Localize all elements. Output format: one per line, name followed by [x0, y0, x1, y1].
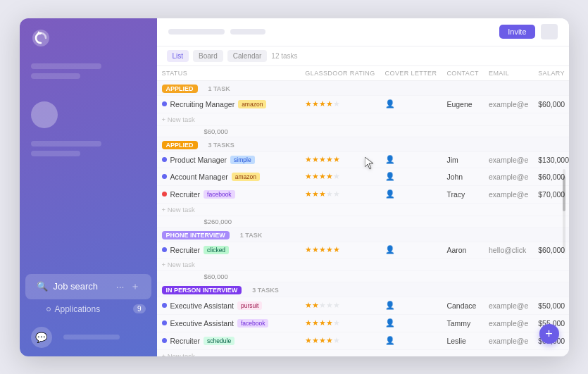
applications-table: Status Glassdoor Rating Cover Letter Con… — [157, 66, 569, 356]
applications-label: Applications — [55, 304, 101, 314]
main-content: Invite List Board Calendar 12 tasks Stat… — [157, 18, 569, 356]
salary-sum-row: $60,000 — [157, 270, 569, 282]
job-title: Product Manager — [170, 156, 227, 164]
task-count-applied2: 3 TASKS — [208, 142, 234, 149]
sidebar-item-job-search[interactable]: 🔍 Job search ··· ＋ — [25, 274, 151, 299]
view-toggle-button[interactable] — [541, 24, 558, 39]
cell-email: example@e — [484, 314, 533, 332]
salary-sum-row: $60,000 — [157, 125, 569, 137]
cell-name: Recruiter facebook — [157, 185, 301, 203]
add-icon[interactable]: ＋ — [130, 280, 140, 293]
section-header-phone-interview: PHONE INTERVIEW 1 TASK — [157, 227, 569, 242]
task-count-applied: 1 TASK — [208, 85, 230, 92]
invite-button[interactable]: Invite — [499, 25, 534, 39]
job-title: Recruiting Manager — [170, 100, 235, 108]
sidebar-sub-applications[interactable]: Applications 9 — [20, 300, 157, 318]
briefcase-icon: 🔍 — [37, 281, 48, 292]
new-task-row[interactable]: + New task — [157, 113, 569, 125]
breadcrumb-placeholder — [168, 29, 225, 35]
new-task-row[interactable]: + New task — [157, 203, 569, 216]
salary-sum: $260,000 — [162, 218, 232, 225]
cell-cover-letter: 👤 — [380, 185, 442, 203]
bottom-text-placeholder — [63, 335, 120, 339]
col-contact: Contact — [442, 66, 484, 81]
more-options-icon[interactable]: ··· — [116, 281, 125, 292]
cell-contact: Jim — [442, 151, 484, 168]
cell-email: example@e — [484, 151, 533, 168]
tab-list[interactable]: List — [167, 50, 189, 62]
avatar-area — [20, 93, 157, 137]
cell-name: Recruiting Manager amazon — [157, 95, 301, 113]
col-cover-letter: Cover Letter — [380, 66, 442, 81]
table-row: Recruiter facebook ★★★★★ 👤 Tracy example… — [157, 185, 569, 203]
star-rating: ★★★★★ — [305, 99, 340, 108]
sidebar-section-main: 🔍 Job search ··· ＋ Applications 9 — [20, 252, 157, 318]
cell-cover-letter: 👤 — [380, 168, 442, 185]
table-row: Recruiter schedule ★★★★★ 👤 Leslie exampl… — [157, 332, 569, 349]
scrollbar[interactable] — [563, 169, 565, 254]
cell-name: Recruiter schedule — [157, 332, 301, 349]
cell-name: Product Manager simple — [157, 151, 301, 168]
sidebar-bottom: 💬 — [20, 318, 157, 356]
applications-table-wrapper[interactable]: Status Glassdoor Rating Cover Letter Con… — [157, 66, 569, 356]
col-email: Email — [484, 66, 533, 81]
task-count-in-person-interview: 3 TASKS — [252, 287, 278, 294]
cell-cover-letter: 👤 — [380, 297, 442, 314]
source-tag: amazon — [238, 100, 266, 108]
table-row: Recruiter clicked ★★★★★ 👤 Aaron hello@cl… — [157, 242, 569, 258]
star-rating: ★★★★★ — [305, 155, 340, 163]
cell-glassdoor: ★★★★★ — [300, 297, 380, 314]
new-task-row[interactable]: + New task — [157, 349, 569, 356]
cell-contact: Aaron — [442, 242, 484, 258]
new-task-label: + New task — [157, 203, 569, 216]
breadcrumb-placeholder-2 — [230, 29, 265, 35]
new-task-label: + New task — [157, 349, 569, 356]
section-badge-applied: APPLIED — [162, 85, 198, 93]
cover-letter-icon: 👤 — [385, 318, 395, 327]
new-task-label: + New task — [157, 113, 569, 125]
cell-contact: Tracy — [442, 185, 484, 203]
job-title: Executive Assistant — [170, 319, 234, 328]
cell-email: example@e — [484, 168, 533, 185]
status-dot — [162, 192, 167, 197]
tab-board[interactable]: Board — [193, 50, 223, 62]
job-title: Recruiter — [170, 337, 201, 345]
cell-glassdoor: ★★★★★ — [300, 95, 380, 113]
cell-cover-letter: 👤 — [380, 314, 442, 332]
scroll-thumb — [563, 176, 565, 211]
cell-email: example@e — [484, 95, 533, 113]
status-dot — [162, 338, 167, 343]
fab-add-button[interactable]: + — [539, 324, 559, 344]
cell-contact: Eugene — [442, 95, 484, 113]
cell-glassdoor: ★★★★★ — [300, 168, 380, 185]
nav-placeholder-2 — [31, 73, 80, 79]
cell-cover-letter: 👤 — [380, 332, 442, 349]
job-title: Recruiter — [170, 246, 201, 254]
table-row: Executive Assistant pursuit ★★★★★ 👤 Cand… — [157, 297, 569, 314]
new-task-row[interactable]: + New task — [157, 258, 569, 270]
star-rating: ★★★★★ — [305, 189, 340, 198]
cell-salary: $50,000 — [533, 297, 568, 314]
source-tag: pursuit — [237, 301, 263, 310]
tab-calendar[interactable]: Calendar — [227, 50, 268, 62]
cover-letter-icon: 👤 — [385, 99, 395, 108]
table-row: Product Manager simple ★★★★★ 👤 Jim examp… — [157, 151, 569, 168]
star-rating: ★★★★★ — [305, 336, 340, 344]
chat-icon[interactable]: 💬 — [31, 327, 52, 348]
star-rating: ★★★★★ — [305, 172, 340, 180]
cell-contact: Leslie — [442, 332, 484, 349]
cell-name: Executive Assistant facebook — [157, 314, 301, 332]
section-header-applied2: APPLIED 3 TASKS — [157, 137, 569, 151]
status-dot — [162, 320, 167, 325]
job-title: Account Manager — [170, 173, 228, 181]
table-row: Executive Assistant facebook ★★★★★ 👤 Tam… — [157, 314, 569, 332]
cell-salary: $60,000 — [533, 95, 568, 113]
source-tag: facebook — [204, 190, 235, 199]
job-title: Recruiter — [170, 190, 201, 199]
cell-glassdoor: ★★★★★ — [300, 332, 380, 349]
col-glassdoor: Glassdoor Rating — [300, 66, 380, 81]
cover-letter-icon: 👤 — [385, 189, 395, 198]
status-dot — [162, 247, 167, 252]
cell-contact: Candace — [442, 297, 484, 314]
cell-glassdoor: ★★★★★ — [300, 314, 380, 332]
